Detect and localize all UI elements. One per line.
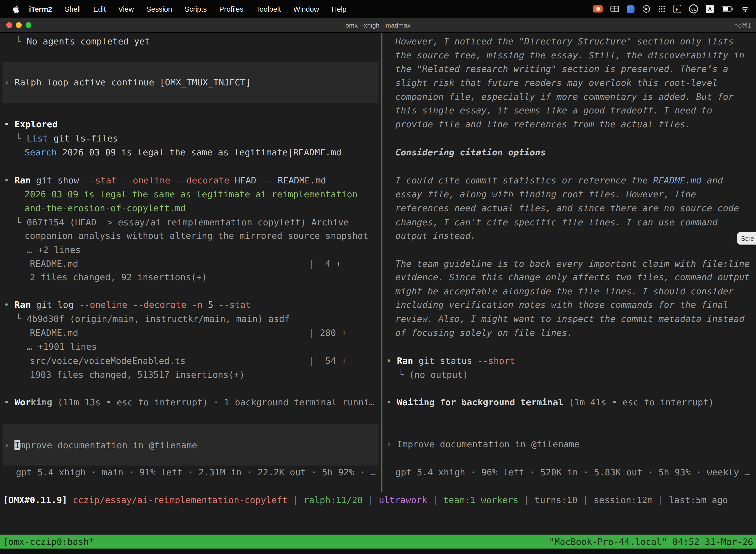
menu-item-profiles[interactable]: Profiles — [213, 0, 250, 18]
git-show-more-lines: … +2 lines — [27, 243, 81, 257]
tmux-pane-right: However, I noticed the "Directory Struct… — [382, 33, 756, 492]
macos-menu-bar: iTerm2 Shell Edit View Session Scripts P… — [0, 0, 756, 18]
zoom-button[interactable] — [25, 22, 31, 28]
reasoning-line: companion file, especially if more comme… — [395, 90, 734, 104]
tmux-pane-left: └ No agents completed yet › Ralph loop a… — [0, 33, 381, 492]
reasoning-line: output instead. — [395, 229, 476, 242]
menu-item-window[interactable]: Window — [287, 0, 325, 18]
tmux-status-bar: [omx-cczip0:bash* "MacBook-Pro-44.local"… — [0, 535, 756, 549]
reasoning-line: provide file and line references from th… — [395, 117, 691, 131]
git-show-commit-line: └ 067f154 (HEAD -> essay/ai-reimplementa… — [16, 215, 349, 229]
bottom-strip — [0, 549, 756, 554]
git-show-summary: 2 files changed, 92 insertions(+) — [30, 270, 207, 284]
screen: iTerm2 Shell Edit View Session Scripts P… — [0, 0, 756, 554]
menu-bar-status-area: 8 61 A — [593, 4, 756, 13]
battery-gauge-icon[interactable]: 61 — [689, 4, 698, 13]
explored-list-line: └ List git ls-files — [16, 131, 118, 145]
git-log-diffstat-2: src/voice/voiceModeEnabled.ts | 54 + — [30, 354, 347, 368]
reasoning-heading: Considering citation options — [395, 145, 546, 159]
inject-prompt-box[interactable]: › Ralph loop active continue [OMX_TMUX_I… — [2, 62, 378, 103]
menu-item-help[interactable]: Help — [325, 0, 353, 18]
git-log-diffstat-1: README.md | 280 + — [30, 326, 347, 340]
reasoning-line: the source tree, missing the essay. Stil… — [395, 48, 744, 62]
menu-item-toolbelt[interactable]: Toolbelt — [250, 0, 287, 18]
screen-recording-icon[interactable] — [593, 5, 603, 12]
reasoning-line: this single essay, it seems like a good … — [395, 103, 712, 117]
working-status-line: • Working (11m 13s • esc to interrupt) ·… — [4, 395, 375, 409]
window-title: omx --xhigh --madmax — [0, 21, 756, 29]
reasoning-line: might be acceptable alongside the file l… — [395, 284, 734, 298]
explored-search-line: Search 2026-03-09-is-legal-the-same-as-l… — [24, 145, 341, 159]
menu-item-view[interactable]: View — [112, 0, 140, 18]
minimize-button[interactable] — [16, 22, 21, 28]
command-input-box[interactable]: › Improve documentation in @filename — [2, 424, 378, 466]
command-input-line[interactable]: › Improve documentation in @filename — [386, 437, 579, 451]
tmux-session-label: [omx-cczip0:bash* — [3, 535, 94, 549]
traffic-lights — [0, 22, 31, 28]
reasoning-line: of focusing solely on file lines. — [395, 326, 572, 340]
apple-icon — [13, 5, 20, 13]
reasoning-line: the "Related research writing" section i… — [395, 62, 728, 76]
battery-icon[interactable] — [722, 6, 734, 11]
reasoning-line: evidence. Since this change only affects… — [395, 270, 750, 284]
app-grid-icon[interactable] — [658, 5, 665, 12]
keycap-icon[interactable]: 8 — [673, 5, 681, 13]
menu-item-session[interactable]: Session — [140, 0, 178, 18]
reasoning-line: including verification notes with those … — [395, 297, 728, 312]
git-log-commit-line: └ 4b9d30f (origin/main, instructkr/main,… — [16, 312, 290, 326]
terminal: └ No agents completed yet › Ralph loop a… — [0, 33, 756, 554]
inject-prompt-line: › Ralph loop active continue [OMX_TMUX_I… — [4, 77, 251, 88]
window-title-bar[interactable]: omx --xhigh --madmax ⌥⌘1 — [0, 18, 756, 33]
wifi-icon[interactable] — [741, 6, 749, 12]
reasoning-line: slight risk that future readers may over… — [395, 76, 717, 90]
reasoning-line: changes, I can't cite specific file line… — [395, 215, 717, 229]
menu-item-app[interactable]: iTerm2 — [22, 0, 58, 18]
tmux-host-clock: "MacBook-Pro-44.local" 04:52 31-Mar-26 — [549, 535, 753, 549]
explored-header: • Explored — [4, 117, 58, 131]
git-log-command: • Ran git log --oneline --decorate -n 5 … — [4, 297, 251, 312]
apple-menu[interactable] — [10, 5, 22, 13]
menu-item-edit[interactable]: Edit — [87, 0, 112, 18]
reasoning-line: However, I noticed the "Directory Struct… — [395, 34, 734, 48]
git-status-command: • Ran git status --short — [386, 354, 515, 368]
git-show-filename-2: and-the-erosion-of-copyleft.md — [24, 201, 186, 215]
close-button[interactable] — [6, 22, 12, 28]
agents-note: └ No agents completed yet — [16, 34, 150, 48]
git-log-more-lines: … +1901 lines — [27, 340, 97, 353]
blue-app-icon[interactable] — [627, 5, 634, 13]
window-manager-icon[interactable] — [611, 6, 619, 12]
git-status-result: └ (no output) — [398, 368, 468, 382]
reasoning-line: review. Also, I might want to inspect th… — [395, 312, 744, 326]
browser-icon[interactable] — [642, 5, 650, 13]
reasoning-line: references need actual files, and since … — [395, 201, 739, 215]
reasoning-line: The team guideline is to back every impo… — [395, 257, 750, 271]
window-shortcut: ⌥⌘1 — [734, 21, 756, 29]
waiting-status-line: • Waiting for background terminal (1m 41… — [386, 395, 714, 409]
git-show-filename-1: 2026-03-09-is-legal-the-same-as-legitima… — [24, 187, 363, 201]
git-log-summary: 1903 files changed, 513517 insertions(+) — [30, 368, 245, 382]
session-status-line: gpt-5.4 xhigh · main · 91% left · 2.31M … — [16, 465, 376, 479]
screen-share-popover[interactable]: Scre — [737, 232, 756, 245]
git-show-commit-cont: companion analysis without altering the … — [24, 229, 368, 242]
menu-item-shell[interactable]: Shell — [58, 0, 87, 18]
git-show-diffstat: README.md | 4 + — [30, 257, 341, 271]
omx-status-bar: [OMX#0.11.9] cczip/essay/ai-reimplementa… — [3, 493, 728, 507]
command-input-line[interactable]: › Improve documentation in @filename — [4, 440, 197, 450]
input-source-icon[interactable]: A — [706, 5, 714, 13]
git-show-command: • Ran git show --stat --oneline --decora… — [4, 173, 326, 187]
menu-item-scripts[interactable]: Scripts — [178, 0, 213, 18]
reasoning-line: I could cite commit statistics or refere… — [395, 173, 723, 187]
reasoning-line: essay file, along with finding root file… — [395, 187, 696, 201]
session-status-line: gpt-5.4 xhigh · 96% left · 520K in · 5.8… — [395, 465, 750, 479]
